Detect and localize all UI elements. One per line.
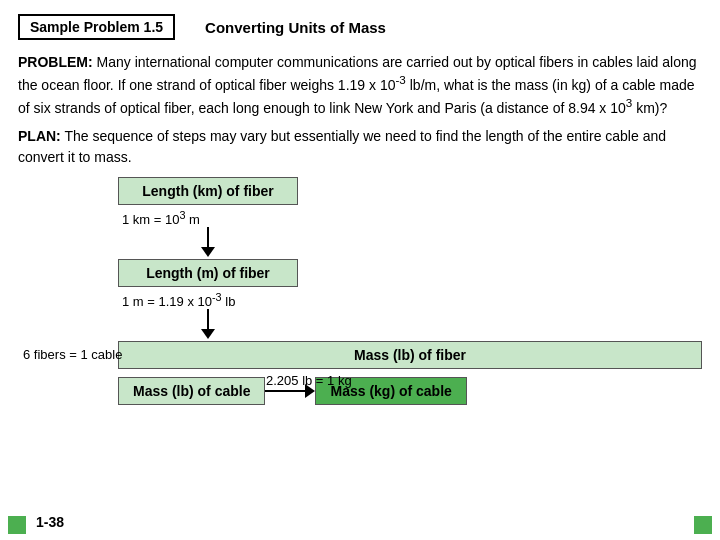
bottom-row: 2.205 lb = 1 kg Mass (lb) of cable Mass …	[118, 377, 702, 405]
flow-diagram: Length (km) of fiber 1 km = 103 m Length…	[118, 177, 702, 370]
conversion-label-1: 1 km = 103 m	[122, 209, 200, 227]
page: Sample Problem 1.5 Converting Units of M…	[0, 0, 720, 415]
flow-box-3: Mass (lb) of fiber	[118, 341, 702, 369]
plan-section: PLAN: The sequence of steps may vary but…	[18, 126, 702, 167]
flow-box-1: Length (km) of fiber	[118, 177, 298, 205]
header-row: Sample Problem 1.5 Converting Units of M…	[18, 14, 702, 40]
plan-text: The sequence of steps may vary but essen…	[18, 128, 666, 164]
page-number: 1-38	[36, 514, 64, 530]
problem-section: PROBLEM: Many international computer com…	[18, 52, 702, 118]
side-label-6fibers: 6 fibers = 1 cable	[23, 347, 122, 362]
sample-problem-label: Sample Problem 1.5	[30, 19, 163, 35]
plan-label: PLAN:	[18, 128, 61, 144]
arrow-down-1	[118, 227, 298, 259]
header-title: Converting Units of Mass	[205, 19, 386, 36]
flow-box-4: Mass (lb) of cable	[118, 377, 265, 405]
arrow-right	[265, 383, 315, 399]
problem-label: PROBLEM:	[18, 54, 93, 70]
conversion-label-2: 1 m = 1.19 x 10-3 lb	[122, 291, 235, 309]
problem-text: Many international computer communicatio…	[18, 54, 697, 116]
green-square-left	[8, 516, 26, 534]
flow-box-2: Length (m) of fiber	[118, 259, 298, 287]
green-square-right	[694, 516, 712, 534]
box3-row: Mass (lb) of fiber 6 fibers = 1 cable	[118, 341, 702, 369]
arrow-down-2	[118, 309, 298, 341]
sample-problem-box: Sample Problem 1.5	[18, 14, 175, 40]
